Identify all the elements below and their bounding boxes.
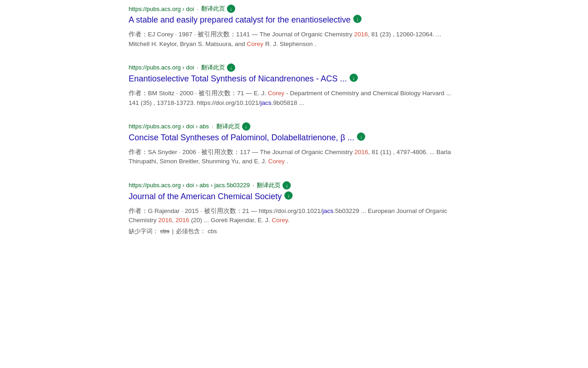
download-icon[interactable]: ↓ xyxy=(357,132,365,141)
download-icon[interactable]: ↓ xyxy=(353,15,362,23)
missing-words-line: 缺少字词： cbs | 必须包含： cbs xyxy=(129,227,459,236)
download-icon[interactable]: ↓ xyxy=(242,122,250,131)
result-title-row: Journal of the American Chemical Society… xyxy=(129,191,459,204)
result-item: https://pubs.acs.org › doi · 翻译此页 ↓ A st… xyxy=(129,5,459,49)
translate-link[interactable]: 翻译此页 xyxy=(216,122,240,131)
download-icon[interactable]: ↓ xyxy=(284,191,293,200)
result-title-row: Concise Total Syntheses of Palominol, Do… xyxy=(129,132,459,145)
translate-link[interactable]: 翻译此页 xyxy=(201,63,225,72)
jacs-link[interactable]: jacs xyxy=(260,99,271,106)
translate-link[interactable]: 翻译此页 xyxy=(257,181,281,190)
result-title[interactable]: Enantioselective Total Synthesis of Nica… xyxy=(129,74,347,84)
result-url: https://pubs.acs.org › doi › abs xyxy=(129,123,209,130)
result-title[interactable]: Concise Total Syntheses of Palominol, Do… xyxy=(129,132,354,143)
result-url-line: https://pubs.acs.org › doi › abs · 翻译此页 … xyxy=(129,122,459,131)
result-title-row: Enantioselective Total Synthesis of Nica… xyxy=(129,74,459,86)
must-contain-label: 必须包含： xyxy=(176,228,206,235)
download-icon[interactable]: ↓ xyxy=(350,74,358,82)
highlight-corey: Corey xyxy=(268,158,285,165)
highlight-corey: Corey xyxy=(271,217,288,224)
download-icon[interactable]: ↓ xyxy=(283,181,291,190)
missing-label: 缺少字词： xyxy=(129,228,158,235)
result-item: https://pubs.acs.org › doi › abs › jacs.… xyxy=(129,181,459,236)
result-item: https://pubs.acs.org › doi › abs · 翻译此页 … xyxy=(129,122,459,167)
result-snippet: 作者：EJ Corey · 1987 · 被引用次数：1141 — The Jo… xyxy=(129,30,459,49)
highlight-year: 2016 xyxy=(354,31,368,38)
result-url-line: https://pubs.acs.org › doi · 翻译此页 ↓ xyxy=(129,63,459,72)
must-contain-word: cbs xyxy=(208,228,217,235)
missing-word: cbs xyxy=(160,228,170,235)
result-snippet: 作者：SA Snyder · 2006 · 被引用次数：117 — The Jo… xyxy=(129,148,459,167)
result-snippet: 作者：BM Stoltz · 2000 · 被引用次数：71 — E. J. C… xyxy=(129,89,459,108)
highlight-corey: Corey xyxy=(247,40,263,47)
highlight-corey: Corey xyxy=(268,90,284,97)
download-icon[interactable]: ↓ xyxy=(227,5,235,13)
result-url: https://pubs.acs.org › doi xyxy=(129,6,194,12)
download-icon[interactable]: ↓ xyxy=(227,63,235,72)
translate-link[interactable]: 翻译此页 xyxy=(201,5,225,13)
highlight-year-2: 2016 xyxy=(175,217,189,224)
result-url: https://pubs.acs.org › doi xyxy=(129,64,194,71)
result-title[interactable]: A stable and easily prepared catalyst fo… xyxy=(129,15,351,25)
result-url-line: https://pubs.acs.org › doi · 翻译此页 ↓ xyxy=(129,5,459,13)
result-title[interactable]: Journal of the American Chemical Society xyxy=(129,191,282,202)
highlight-year: 2016 xyxy=(354,149,368,155)
result-item: https://pubs.acs.org › doi · 翻译此页 ↓ Enan… xyxy=(129,63,459,108)
result-title-row: A stable and easily prepared catalyst fo… xyxy=(129,15,459,27)
highlight-year: 2016 xyxy=(158,217,172,224)
result-url: https://pubs.acs.org › doi › abs › jacs.… xyxy=(129,182,250,189)
result-snippet: 作者：G Rajendar · 2015 · 被引用次数：21 — https:… xyxy=(129,207,459,225)
jacs-link[interactable]: jacs xyxy=(322,207,334,214)
result-url-line: https://pubs.acs.org › doi › abs › jacs.… xyxy=(129,181,459,190)
results-container: https://pubs.acs.org › doi · 翻译此页 ↓ A st… xyxy=(119,5,469,236)
